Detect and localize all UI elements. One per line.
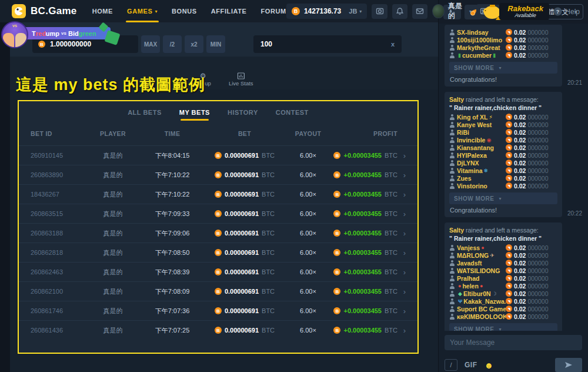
- recipient-name[interactable]: Vinstorino: [457, 182, 487, 190]
- recipient-name[interactable]: ᴋʀKIMBOOLOOK: [457, 313, 506, 320]
- recipient-name[interactable]: Invincible: [457, 137, 485, 144]
- rakeback-text: Rakeback Available: [499, 3, 549, 20]
- table-row[interactable]: 260863890真是的下午7:10:220.00000691BTC6.00×+…: [19, 165, 417, 184]
- recipient-name[interactable]: SX-lindsay: [457, 29, 489, 36]
- send-button[interactable]: [555, 358, 582, 372]
- currency-selector[interactable]: JB ▾: [349, 8, 362, 15]
- rakeback-badge[interactable]: Rakeback Available: [482, 1, 549, 21]
- recipient-name[interactable]: Kakak_Nazwa...: [463, 298, 506, 305]
- recipient-name[interactable]: Javadsft: [457, 260, 482, 267]
- show-more-button[interactable]: SHOW MORE▾: [449, 323, 557, 331]
- amount-dim: 000000: [527, 290, 548, 297]
- player-cell: 真是的: [103, 210, 123, 218]
- chevron-right-icon[interactable]: ›: [403, 151, 406, 160]
- amount-dim: 000000: [527, 114, 548, 121]
- person-icon: [449, 45, 455, 51]
- tab-history[interactable]: HISTORY: [228, 109, 258, 121]
- chevron-right-icon[interactable]: ›: [403, 287, 406, 296]
- coin-icon: [506, 29, 512, 35]
- bet-div2-button[interactable]: /2: [163, 35, 182, 53]
- recipient-name[interactable]: HYIPalexa: [457, 152, 487, 159]
- amount-dim: 000000: [527, 175, 548, 182]
- recipient-name[interactable]: King of XL: [457, 114, 488, 121]
- chat-messages[interactable]: SX-lindsay0.02000000100siji1000limo0.020…: [439, 24, 588, 331]
- recipient-name[interactable]: Suport BC Game: [457, 305, 506, 313]
- recipient-amount: 0.02000000: [506, 44, 557, 51]
- payout-cell: 6.00×: [300, 327, 316, 334]
- recipient-name[interactable]: 100siji1000limo: [457, 36, 502, 44]
- profit-amount: +0.00003455: [343, 171, 382, 178]
- balance-pill[interactable]: 1427136.73 JB ▾: [286, 4, 367, 19]
- chat-message-input[interactable]: [445, 335, 582, 350]
- table-row[interactable]: 260910145真是的下午8:04:150.00000691BTC6.00×+…: [19, 145, 417, 165]
- bet-x2-button[interactable]: x2: [185, 35, 203, 53]
- amount-dim: 000000: [527, 275, 548, 282]
- table-row[interactable]: 260862100真是的下午7:08:090.00000691BTC6.00×+…: [19, 281, 417, 301]
- tab-all-bets[interactable]: ALL BETS: [128, 109, 162, 121]
- chevron-right-icon[interactable]: ›: [403, 171, 406, 180]
- help-button[interactable]: ? Help: [553, 7, 580, 16]
- bet-max-button[interactable]: MAX: [141, 35, 160, 53]
- bet-min-button[interactable]: MIN: [206, 35, 225, 53]
- recipient-name[interactable]: MarkytheGreat: [457, 44, 500, 51]
- nav-link-games[interactable]: GAMES▾: [127, 0, 158, 22]
- amount-dim: 000000: [527, 298, 548, 305]
- nav-link-affiliate[interactable]: AFFILIATE: [211, 0, 247, 22]
- slash-command-button[interactable]: /: [445, 359, 457, 371]
- table-row[interactable]: 260863188真是的下午7:09:060.00000691BTC6.00×+…: [19, 223, 417, 243]
- recipient-name[interactable]: Vitamina: [457, 167, 483, 174]
- recipient-name[interactable]: helen: [462, 283, 478, 290]
- chevron-right-icon[interactable]: ›: [403, 190, 406, 199]
- amount-bold: 0.02: [514, 244, 526, 251]
- show-more-button[interactable]: SHOW MORE▾: [449, 62, 557, 74]
- congratulations-text: Congratulations!: [450, 207, 557, 214]
- chevron-right-icon[interactable]: ›: [403, 268, 406, 277]
- brand[interactable]: BC.Game: [12, 4, 77, 18]
- nav-link-home[interactable]: HOME: [92, 0, 113, 22]
- notifications-button[interactable]: [392, 4, 407, 19]
- user-menu[interactable]: 真是的 ▾: [432, 1, 472, 21]
- btc-coin-icon: [215, 268, 222, 275]
- table-row[interactable]: 260863515真是的下午7:09:330.00000691BTC6.00×+…: [19, 204, 417, 223]
- rain-recipient-row: ΨKakak_Nazwa...0.02000000: [449, 297, 557, 305]
- user-decoration-icon: ✈: [490, 253, 495, 258]
- recipient-name[interactable]: cucumber: [462, 52, 492, 59]
- recipient-name[interactable]: Pralhad: [457, 275, 480, 282]
- nav-link-bonus[interactable]: BONUS: [172, 0, 197, 22]
- gif-button[interactable]: GIF: [465, 361, 477, 369]
- emoji-button[interactable]: ☻: [485, 361, 494, 370]
- table-row[interactable]: 260862818真是的下午7:08:500.00000691BTC6.00×+…: [19, 243, 417, 262]
- help-label: Help: [565, 8, 580, 16]
- recipient-name[interactable]: MΔRLONG: [457, 252, 489, 259]
- recipient-name[interactable]: Kanye West: [457, 121, 492, 128]
- nav-link-forum[interactable]: FORUM: [261, 0, 286, 22]
- recipient-name[interactable]: Eltibur0N: [463, 290, 491, 297]
- tab-contest[interactable]: CONTEST: [276, 109, 309, 121]
- chevron-right-icon[interactable]: ›: [403, 307, 406, 315]
- chevron-right-icon[interactable]: ›: [403, 229, 406, 238]
- recipient-amount: 0.02000000: [506, 121, 557, 128]
- chevron-right-icon[interactable]: ›: [403, 326, 406, 335]
- table-row[interactable]: 260861436真是的下午7:07:250.00000691BTC6.00×+…: [19, 320, 417, 340]
- recipient-name[interactable]: Vanjess: [457, 244, 480, 251]
- recipient-name[interactable]: DjLYNX: [457, 160, 479, 167]
- vault-button[interactable]: [372, 4, 387, 19]
- coin-icon: [506, 260, 512, 266]
- recipient-name[interactable]: WATSILIDONG: [457, 267, 500, 274]
- event-banner[interactable]: TredumpvsBidgreen VS: [1, 21, 125, 52]
- tab-my-bets[interactable]: MY BETS: [179, 109, 210, 121]
- live-stats-button[interactable]: Live Stats: [229, 72, 253, 87]
- bet-cell: 0.00000691BTC: [215, 191, 275, 198]
- messages-button[interactable]: [412, 4, 427, 19]
- payout-input[interactable]: 100 x: [253, 35, 402, 53]
- recipient-name[interactable]: Kiansantang: [457, 144, 494, 151]
- recipient-name[interactable]: Zues: [457, 175, 472, 182]
- table-row[interactable]: 260861746真是的下午7:07:360.00000691BTC6.00×+…: [19, 301, 417, 320]
- chevron-right-icon[interactable]: ›: [403, 210, 406, 218]
- rain-recipient-row: Invincible◉0.02000000: [449, 136, 557, 144]
- table-row[interactable]: 18436267真是的下午7:10:220.00000691BTC6.00×+0…: [19, 184, 417, 204]
- recipient-name[interactable]: RiBi: [457, 129, 469, 136]
- show-more-button[interactable]: SHOW MORE▾: [449, 192, 557, 204]
- chevron-right-icon[interactable]: ›: [403, 248, 406, 257]
- table-row[interactable]: 260862463真是的下午7:08:390.00000691BTC6.00×+…: [19, 262, 417, 281]
